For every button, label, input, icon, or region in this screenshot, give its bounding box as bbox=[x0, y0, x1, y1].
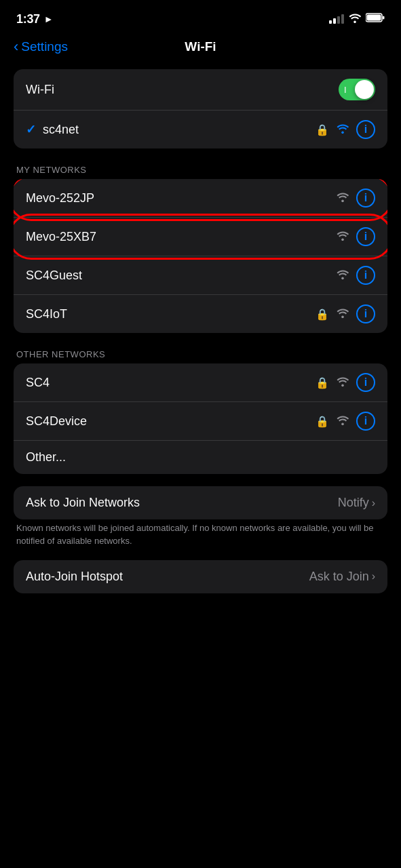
auto-join-chevron-icon: › bbox=[372, 570, 375, 583]
network-row-mevo-25xb7: Mevo-25XB7 i bbox=[14, 218, 387, 256]
lock-icon-sc4iot: 🔒 bbox=[316, 308, 329, 321]
lock-icon-sc4: 🔒 bbox=[316, 376, 329, 389]
other-networks-card: SC4 🔒 i SC4Device 🔒 bbox=[14, 363, 387, 474]
status-icons bbox=[329, 12, 385, 26]
wifi-toggle-switch[interactable]: I bbox=[339, 79, 375, 100]
network-row-sc4iot: SC4IoT 🔒 i bbox=[14, 295, 387, 333]
info-button-mevo-252jp[interactable]: i bbox=[356, 189, 375, 208]
auto-join-row[interactable]: Auto-Join Hotspot Ask to Join › bbox=[14, 560, 387, 593]
wifi-status-icon bbox=[348, 12, 362, 26]
auto-join-label: Auto-Join Hotspot bbox=[26, 570, 123, 584]
page-title: Wi-Fi bbox=[185, 39, 216, 54]
connected-checkmark: ✓ bbox=[26, 122, 36, 137]
wifi-icon-sc4iot bbox=[336, 307, 349, 321]
ask-to-join-description: Known networks will be joined automatica… bbox=[14, 519, 387, 555]
other-networks-header: OTHER NETWORKS bbox=[14, 342, 387, 363]
network-name-sc4: SC4 bbox=[26, 376, 50, 390]
network-name-sc4iot: SC4IoT bbox=[26, 307, 67, 321]
battery-icon bbox=[366, 13, 385, 25]
network-name-other: Other... bbox=[26, 450, 66, 465]
nav-bar: ‹ Settings Wi-Fi bbox=[0, 34, 401, 62]
wifi-toggle-row: Wi-Fi I bbox=[14, 69, 387, 111]
back-label: Settings bbox=[21, 39, 68, 54]
signal-icon bbox=[329, 14, 344, 24]
auto-join-card: Auto-Join Hotspot Ask to Join › bbox=[14, 560, 387, 593]
my-networks-card: Mevo-252JP i Mevo-25XB7 bbox=[14, 179, 387, 333]
network-row-other[interactable]: Other... bbox=[14, 441, 387, 474]
toggle-state-label: I bbox=[344, 85, 347, 95]
content-area: Wi-Fi I ✓ sc4net 🔒 i bbox=[0, 62, 401, 607]
ask-to-join-value-container: Notify › bbox=[338, 496, 375, 510]
auto-join-value-container: Ask to Join › bbox=[309, 570, 375, 584]
lock-icon-sc4device: 🔒 bbox=[316, 415, 329, 428]
wifi-toggle-card: Wi-Fi I ✓ sc4net 🔒 i bbox=[14, 69, 387, 149]
info-button-mevo-25xb7[interactable]: i bbox=[356, 227, 375, 246]
wifi-icon-sc4device bbox=[336, 414, 349, 428]
wifi-icon-sc4 bbox=[336, 376, 349, 389]
wifi-icon-sc4guest bbox=[336, 269, 349, 282]
info-button-sc4iot[interactable]: i bbox=[356, 304, 375, 323]
ask-to-join-value: Notify bbox=[338, 496, 369, 510]
back-chevron-icon: ‹ bbox=[14, 38, 18, 56]
connected-network-name: sc4net bbox=[43, 123, 79, 137]
status-bar: 1:37 ► bbox=[0, 0, 401, 34]
status-time: 1:37 bbox=[16, 12, 40, 26]
lock-icon: 🔒 bbox=[316, 123, 329, 136]
connected-network-row: ✓ sc4net 🔒 i bbox=[14, 111, 387, 149]
network-row-sc4guest: SC4Guest i bbox=[14, 256, 387, 295]
info-button-sc4device[interactable]: i bbox=[356, 412, 375, 431]
wifi-icon-mevo-25xb7 bbox=[336, 230, 349, 243]
svg-rect-1 bbox=[367, 15, 381, 21]
auto-join-value: Ask to Join bbox=[309, 570, 369, 584]
ask-to-join-row[interactable]: Ask to Join Networks Notify › bbox=[14, 486, 387, 519]
ask-to-join-card: Ask to Join Networks Notify › bbox=[14, 486, 387, 519]
network-name-mevo-252jp: Mevo-252JP bbox=[26, 191, 94, 205]
location-icon: ► bbox=[44, 14, 54, 24]
connected-wifi-icon bbox=[336, 123, 349, 136]
info-button-sc4guest[interactable]: i bbox=[356, 266, 375, 285]
info-button-sc4[interactable]: i bbox=[356, 373, 375, 392]
wifi-icon-mevo-252jp bbox=[336, 191, 349, 205]
ask-to-join-chevron-icon: › bbox=[372, 497, 375, 509]
my-networks-header: MY NETWORKS bbox=[14, 158, 387, 179]
connected-info-button[interactable]: i bbox=[356, 120, 375, 139]
network-name-sc4guest: SC4Guest bbox=[26, 269, 82, 283]
network-name-mevo-25xb7: Mevo-25XB7 bbox=[26, 230, 96, 244]
network-row-mevo-252jp: Mevo-252JP i bbox=[14, 179, 387, 218]
network-row-sc4: SC4 🔒 i bbox=[14, 363, 387, 402]
svg-rect-2 bbox=[383, 16, 385, 20]
back-button[interactable]: ‹ Settings bbox=[14, 39, 68, 56]
network-name-sc4device: SC4Device bbox=[26, 414, 87, 429]
wifi-toggle-label: Wi-Fi bbox=[26, 83, 54, 97]
network-row-sc4device: SC4Device 🔒 i bbox=[14, 402, 387, 441]
ask-to-join-label: Ask to Join Networks bbox=[26, 496, 140, 510]
